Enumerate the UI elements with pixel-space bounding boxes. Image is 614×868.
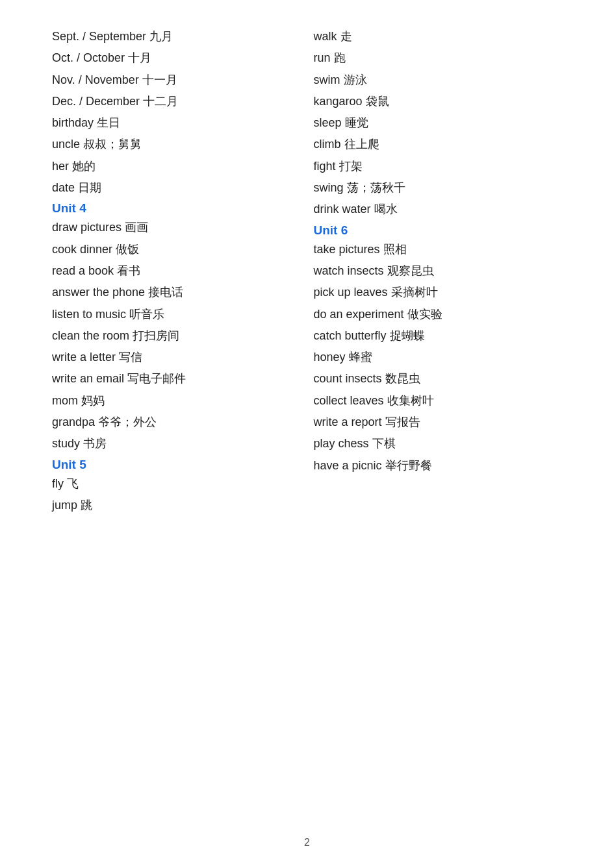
chinese-text: 写报告 [385, 415, 420, 428]
chinese-text: 叔叔；舅舅 [83, 138, 142, 151]
chinese-text: 做实验 [407, 308, 442, 321]
chinese-text: 数昆虫 [385, 372, 420, 385]
english-text: Nov. / November [52, 73, 139, 86]
vocab-item: climb 往上爬 [314, 134, 576, 155]
chinese-text: 看书 [117, 264, 140, 277]
chinese-text: 写电子邮件 [127, 372, 186, 385]
chinese-text: 采摘树叶 [391, 286, 438, 299]
english-text: mom [52, 394, 78, 407]
english-text: write an email [52, 372, 124, 385]
chinese-text: 游泳 [344, 73, 367, 86]
vocab-item: fight 打架 [314, 156, 576, 177]
chinese-text: 做饭 [116, 243, 139, 256]
vocab-item: swing 荡；荡秋千 [314, 177, 576, 199]
vocab-item: count insects 数昆虫 [314, 368, 576, 390]
english-text: swing [314, 181, 344, 194]
english-text: fly [52, 477, 64, 490]
english-text: count insects [314, 372, 382, 385]
vocab-item: draw pictures 画画 [52, 217, 314, 238]
english-text: play chess [314, 437, 369, 450]
english-text: climb [314, 138, 341, 151]
chinese-text: 妈妈 [81, 394, 105, 407]
chinese-text: 九月 [149, 30, 173, 43]
chinese-text: 下棋 [372, 437, 396, 450]
vocab-item: have a picnic 举行野餐 [314, 455, 576, 477]
english-text: study [52, 437, 80, 450]
chinese-text: 十月 [128, 51, 151, 64]
right-column: walk 走run 跑swim 游泳kangaroo 袋鼠sleep 睡觉cli… [314, 26, 576, 516]
chinese-text: 蜂蜜 [349, 351, 372, 364]
chinese-text: 睡觉 [345, 116, 368, 129]
chinese-text: 打架 [339, 160, 363, 173]
english-text: drink water [314, 203, 371, 216]
chinese-text: 日期 [78, 181, 101, 194]
vocab-item: clean the room 打扫房间 [52, 325, 314, 347]
left-column: Sept. / September 九月Oct. / October 十月Nov… [52, 26, 314, 516]
vocab-item: answer the phone 接电话 [52, 282, 314, 303]
english-text: Sept. / September [52, 30, 146, 43]
chinese-text: 十二月 [143, 95, 178, 108]
english-text: watch insects [314, 264, 384, 277]
chinese-text: 往上爬 [344, 138, 379, 151]
vocab-item: listen to music 听音乐 [52, 304, 314, 325]
english-text: catch butterfly [314, 329, 387, 342]
chinese-text: 打扫房间 [133, 329, 179, 342]
english-text: uncle [52, 138, 80, 151]
chinese-text: 接电话 [148, 286, 183, 299]
vocab-item: Oct. / October 十月 [52, 47, 314, 69]
vocab-item: study 书房 [52, 433, 314, 454]
vocab-item: run 跑 [314, 47, 576, 69]
english-text: have a picnic [314, 459, 382, 472]
chinese-text: 听音乐 [129, 308, 164, 321]
vocab-item: jump 跳 [52, 495, 314, 516]
english-text: jump [52, 499, 77, 512]
vocab-item: walk 走 [314, 26, 576, 47]
chinese-text: 收集树叶 [387, 394, 434, 407]
chinese-text: 照相 [383, 243, 407, 256]
vocab-item: Sept. / September 九月 [52, 26, 314, 47]
chinese-text: 写信 [119, 351, 142, 364]
vocab-item: catch butterfly 捉蝴蝶 [314, 325, 576, 347]
chinese-text: 爷爷；外公 [98, 415, 157, 428]
vocab-item: uncle 叔叔；舅舅 [52, 134, 314, 155]
vocab-item: honey 蜂蜜 [314, 347, 576, 368]
english-text: birthday [52, 116, 94, 129]
english-text: kangaroo [314, 95, 363, 108]
english-text: walk [314, 30, 337, 43]
chinese-text: 生日 [97, 116, 120, 129]
english-text: answer the phone [52, 286, 145, 299]
chinese-text: 举行野餐 [385, 459, 432, 472]
vocab-item: birthday 生日 [52, 112, 314, 134]
chinese-text: 袋鼠 [366, 95, 389, 108]
vocab-item: play chess 下棋 [314, 433, 576, 454]
english-text: read a book [52, 264, 114, 277]
vocab-item: collect leaves 收集树叶 [314, 390, 576, 412]
chinese-text: 十一月 [142, 73, 177, 86]
vocab-item: date 日期 [52, 177, 314, 199]
english-text: take pictures [314, 243, 380, 256]
chinese-text: 走 [340, 30, 352, 43]
english-text: pick up leaves [314, 286, 388, 299]
vocab-item: kangaroo 袋鼠 [314, 91, 576, 112]
unit-header: Unit 5 [52, 458, 314, 472]
page-content: Sept. / September 九月Oct. / October 十月Nov… [0, 0, 614, 555]
english-text: her [52, 160, 69, 173]
vocab-item: write a letter 写信 [52, 347, 314, 368]
vocab-item: drink water 喝水 [314, 199, 576, 220]
chinese-text: 她的 [72, 160, 96, 173]
vocab-item: mom 妈妈 [52, 390, 314, 412]
chinese-text: 书房 [83, 437, 107, 450]
english-text: listen to music [52, 308, 126, 321]
vocab-item: swim 游泳 [314, 69, 576, 91]
english-text: write a report [314, 415, 382, 428]
vocab-item: fly 飞 [52, 473, 314, 495]
english-text: collect leaves [314, 394, 384, 407]
english-text: clean the room [52, 329, 129, 342]
english-text: run [314, 51, 331, 64]
english-text: fight [314, 160, 336, 173]
vocab-item: sleep 睡觉 [314, 112, 576, 134]
chinese-text: 捉蝴蝶 [390, 329, 425, 342]
english-text: swim [314, 73, 340, 86]
chinese-text: 跑 [334, 51, 346, 64]
vocab-item: her 她的 [52, 156, 314, 177]
